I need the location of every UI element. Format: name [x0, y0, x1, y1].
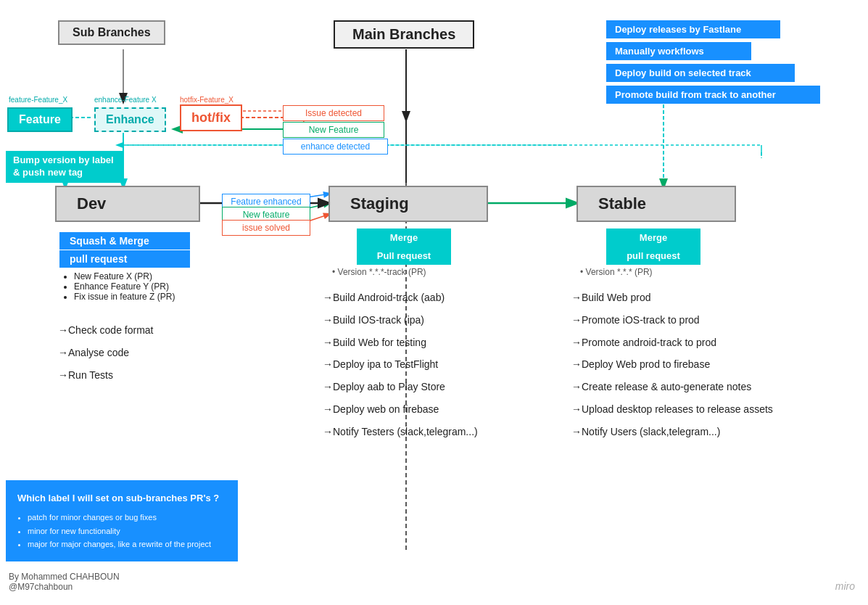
staging-action-6: →Deploy web on firebase [323, 398, 478, 421]
dev-action-2: →Analyse code [58, 342, 154, 364]
stable-action-7: →Notify Users (slack,telegram...) [571, 421, 773, 443]
stable-action-2: →Promote iOS-track to prod [571, 309, 773, 332]
info-item-3: major for major changes, like a rewrite … [28, 538, 226, 551]
stable-pr-note: • Version *.*.* (PR) [580, 267, 653, 277]
dev-actions: →Check code format →Analyse code →Run Te… [58, 319, 154, 386]
info-box-list: patch for minor changes or bug fixes min… [17, 511, 226, 551]
stable-badge-deploy-build: Deploy build on selected track [606, 64, 795, 82]
info-box: Which label I will set on sub-branches P… [6, 480, 238, 561]
info-item-2: minor for new functionality [28, 524, 226, 538]
new-feature-box: New Feature [283, 122, 384, 138]
bump-version-label: Bump version by label & push new tag [6, 151, 123, 183]
stable-badge-fastlane: Deploy releases by Fastlane [606, 20, 780, 38]
dev-pr-list: New Feature X (PR) Enhance Feature Y (PR… [64, 271, 175, 302]
stable-action-1: →Build Web prod [571, 287, 773, 309]
staging-action-3: →Build Web for testing [323, 332, 478, 354]
dev-branch-node: Dev [55, 186, 200, 222]
stable-merge-badge: Merge [606, 229, 700, 247]
feature-branch-box: Feature [7, 107, 73, 132]
miro-label: miro [835, 580, 855, 592]
squash-merge-badge: Squash & Merge [59, 232, 190, 250]
dev-action-1: →Check code format [58, 319, 154, 342]
staging-action-7: →Notify Testers (slack,telegram...) [323, 421, 478, 443]
stable-action-6: →Upload desktop releases to release asse… [571, 398, 773, 421]
info-item-1: patch for minor changes or bug fixes [28, 511, 226, 524]
staging-pull-request-badge: Pull request [357, 247, 451, 265]
dev-pull-request-badge: pull request [59, 250, 190, 268]
stable-badge-promote: Promote build from track to another [606, 86, 820, 104]
staging-merge-badge: Merge [357, 229, 451, 247]
issue-detected-box: Issue detected [283, 105, 384, 121]
issue-solved-box: issue solved [222, 220, 310, 236]
stable-action-4: →Deploy Web prod to firebase [571, 353, 773, 376]
info-box-title: Which label I will set on sub-branches P… [17, 490, 226, 506]
enhance-detected-box: enhance detected [283, 139, 388, 155]
stable-pull-request-badge: pull request [606, 247, 700, 265]
stable-badge-manual: Manually workflows [606, 42, 751, 60]
enhance-label-small: enhance-Feature X [94, 96, 157, 104]
stable-branch-node: Stable [576, 186, 736, 222]
enhance-branch-box: Enhance [94, 107, 166, 132]
pr-item-3: Fix issue in feature Z (PR) [74, 292, 175, 302]
staging-branch-node: Staging [328, 186, 488, 222]
staging-actions: →Build Android-track (aab) →Build IOS-tr… [323, 287, 478, 443]
staging-action-5: →Deploy aab to Play Store [323, 376, 478, 398]
pr-item-1: New Feature X (PR) [74, 271, 175, 281]
stable-actions: →Build Web prod →Promote iOS-track to pr… [571, 287, 773, 443]
author-handle: @M97chahboun [9, 582, 120, 592]
dev-action-3: →Run Tests [58, 364, 154, 387]
stable-action-5: →Create release & auto-generate notes [571, 376, 773, 398]
hotfix-branch-box: hot/fix [180, 104, 242, 131]
staging-action-1: →Build Android-track (aab) [323, 287, 478, 309]
staging-action-4: →Deploy ipa to TestFlight [323, 353, 478, 376]
pr-item-2: Enhance Feature Y (PR) [74, 281, 175, 292]
staging-action-2: →Build IOS-track (ipa) [323, 309, 478, 332]
staging-pr-note: • Version *.*.*-track (PR) [332, 267, 426, 277]
main-branches-box: Main Branches [334, 20, 474, 49]
stable-action-3: →Promote android-track to prod [571, 332, 773, 354]
author-name: By Mohammed CHAHBOUN [9, 572, 120, 582]
feature-label-small: feature-Feature_X [9, 96, 67, 104]
sub-branches-box: Sub Branches [58, 20, 165, 45]
footer: By Mohammed CHAHBOUN @M97chahboun [9, 572, 120, 592]
hotfix-label-small: hotfix-Feature_X [180, 96, 233, 104]
